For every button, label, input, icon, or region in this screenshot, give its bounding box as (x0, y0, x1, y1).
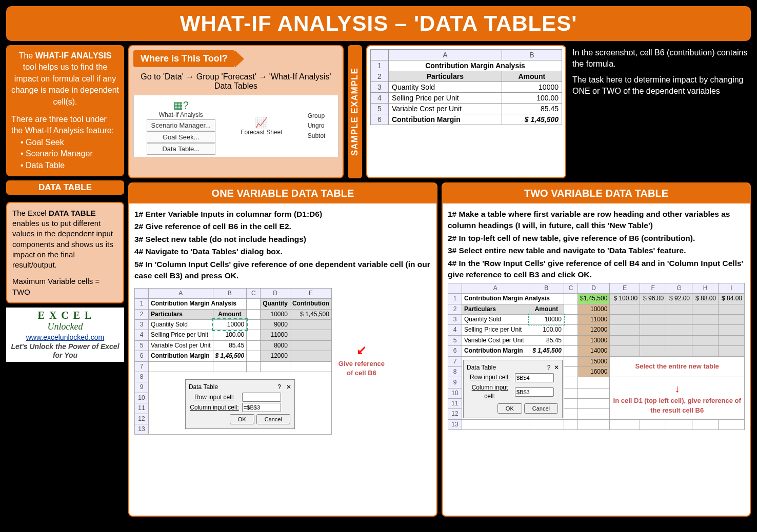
intro-p2: There are three tool under the What-If A… (11, 114, 119, 137)
intro-p1b: WHAT-IF ANALYSIS (35, 51, 112, 60)
where-box: Where is This Tool? Go to 'Data' → Group… (128, 45, 344, 178)
sample-table-box: AB 1Contribution Margin Analysis 2Partic… (366, 45, 566, 178)
cancel-button[interactable]: Cancel (256, 414, 290, 424)
ok-button-2[interactable]: OK (497, 403, 522, 414)
data-table-dialog-2: Data Table? ✕ Row input cell: Column inp… (463, 360, 563, 418)
col-input[interactable] (242, 403, 281, 412)
sample-tab: SAMPLE EXAMPLE (348, 45, 362, 178)
dt-box: The Excel DATA TABLE enables us to put d… (6, 202, 124, 303)
two-var-title: TWO VARIABLE DATA TABLE (443, 183, 750, 203)
intro-p1a: The (19, 51, 35, 60)
whatif-button[interactable]: ▦? What-If Analysis Scenario Manager... … (147, 99, 215, 154)
where-title: Where is This Tool? (133, 50, 235, 67)
logo-box: E X C E L Unlocked www.excelunlocked.com… (6, 308, 124, 362)
intro-box: The WHAT-IF ANALYSIS tool helps us to fi… (6, 45, 124, 176)
row-input[interactable] (242, 393, 281, 402)
forecast-button[interactable]: 📈Forecast Sheet (241, 116, 282, 136)
dt-label: DATA TABLE (6, 180, 124, 195)
one-var-box: ONE VARIABLE DATA TABLE 1# Enter Variabl… (128, 182, 437, 517)
row-input-2[interactable] (515, 373, 554, 382)
two-var-box: TWO VARIABLE DATA TABLE 1# Make a table … (442, 182, 751, 517)
sample-desc: In the screenshot, cell B6 (contribution… (570, 45, 751, 178)
intro-p1c: tool helps us to find the impact on form… (11, 63, 119, 106)
intro-li1: • Goal Seek (21, 137, 119, 148)
intro-li2: • Scenario Manager (21, 148, 119, 159)
where-nav: Go to 'Data' → Group 'Forecast' → 'What-… (133, 70, 338, 93)
logo-url[interactable]: www.excelunlocked.com (8, 333, 122, 341)
cancel-button-2[interactable]: Cancel (524, 403, 558, 414)
two-var-excel: ABCDEFGHI 1Contribution Margin Analysis$… (448, 283, 745, 430)
intro-li3: • Data Table (21, 160, 119, 171)
col-input-2[interactable] (515, 387, 554, 397)
ok-button[interactable]: OK (230, 414, 254, 424)
data-table-dialog: Data Table? ✕ Row input cell: Column inp… (185, 379, 295, 429)
one-var-title: ONE VARIABLE DATA TABLE (129, 183, 436, 203)
ribbon-mock: ▦? What-If Analysis Scenario Manager... … (133, 95, 338, 157)
one-var-excel: ABCDE 1Contribution Margin AnalysisQuant… (134, 288, 332, 435)
one-var-note: ↙ Give reference of cell B6 (336, 341, 387, 378)
main-title: WHAT-IF ANALYSIS – 'DATA TABLES' (6, 6, 751, 41)
